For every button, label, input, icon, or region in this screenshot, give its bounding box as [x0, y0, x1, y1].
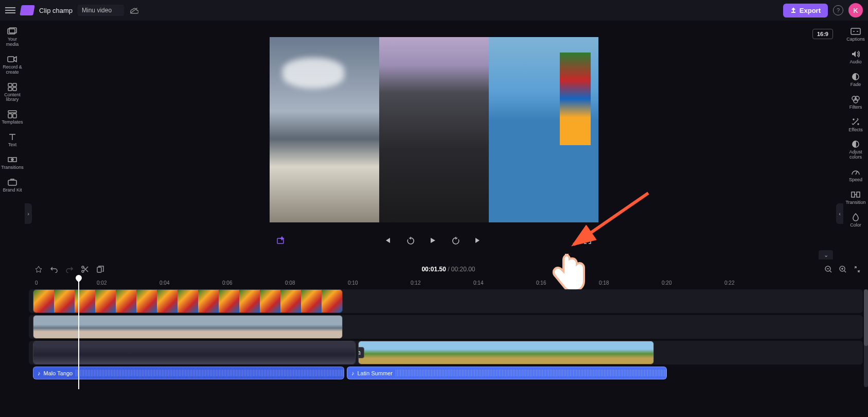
svg-rect-13 — [8, 180, 16, 185]
preview-pane-mountain — [270, 37, 379, 222]
svg-rect-22 — [852, 192, 855, 197]
sidebar-item-transitions[interactable]: Transitions — [1, 153, 24, 172]
svg-rect-7 — [13, 88, 16, 91]
split-button[interactable] — [81, 266, 90, 273]
svg-rect-8 — [8, 111, 16, 113]
clip-colorful[interactable] — [33, 289, 343, 313]
library-icon — [6, 82, 19, 92]
help-button[interactable]: ? — [833, 5, 843, 15]
svg-rect-14 — [851, 28, 860, 34]
audio-track[interactable]: ♪ Malo Tango ♪ Latin Summer — [29, 367, 863, 379]
magic-enhance-button[interactable] — [277, 236, 286, 245]
effects-icon — [849, 117, 862, 127]
undo-button[interactable] — [50, 266, 59, 273]
waveform-icon — [396, 370, 666, 377]
app-logo-icon — [20, 5, 35, 15]
user-avatar[interactable]: K — [848, 3, 863, 18]
export-button[interactable]: Export — [783, 4, 828, 18]
skip-start-button[interactable] — [384, 237, 394, 244]
preview-area: 16:9 ⌄ — [25, 21, 843, 257]
redo-button[interactable] — [66, 266, 74, 273]
timeline-tracks: ⧉ ♪ Malo Tango ♪ Latin Summer — [29, 289, 863, 381]
transport-controls — [270, 229, 599, 252]
svg-point-26 — [82, 266, 84, 268]
panel-item-adjust-colors[interactable]: Adjust colors — [844, 137, 867, 162]
fit-timeline-button[interactable] — [854, 266, 862, 273]
menu-button[interactable] — [5, 5, 15, 15]
collapse-preview-button[interactable]: ⌄ — [819, 250, 833, 259]
forward-button[interactable] — [452, 236, 462, 245]
transitions-icon — [6, 155, 19, 164]
audio-icon — [849, 49, 862, 59]
text-icon — [6, 132, 19, 142]
preview-pane-colorful — [489, 37, 598, 222]
fade-icon — [849, 72, 862, 81]
panel-item-audio[interactable]: Audio — [844, 47, 867, 67]
playhead[interactable] — [78, 277, 79, 389]
svg-rect-6 — [8, 88, 12, 91]
panel-item-transition[interactable]: Transition — [844, 188, 867, 207]
left-sidebar: Your media Record & create Content libra… — [0, 21, 25, 263]
skip-end-button[interactable] — [474, 237, 485, 244]
templates-icon — [6, 110, 19, 119]
panel-item-filters[interactable]: Filters — [844, 93, 867, 112]
zoom-in-button[interactable] — [839, 266, 847, 273]
project-title-input[interactable] — [78, 5, 124, 16]
video-track-2[interactable] — [29, 315, 863, 339]
cloud-sync-icon[interactable] — [129, 7, 138, 14]
color-icon — [849, 213, 862, 222]
audio-clip-1[interactable]: ♪ Malo Tango — [33, 367, 344, 379]
zoom-out-button[interactable] — [825, 266, 833, 273]
timeline-scrollbar[interactable] — [864, 289, 868, 387]
video-preview[interactable] — [270, 37, 599, 222]
captions-icon — [849, 27, 862, 36]
audio-clip-title: Malo Tango — [44, 370, 73, 376]
svg-rect-3 — [8, 57, 14, 62]
waveform-icon — [76, 370, 344, 377]
panel-item-speed[interactable]: Speed — [844, 165, 867, 185]
sidebar-item-record[interactable]: Record & create — [1, 53, 24, 77]
transition-badge-icon[interactable]: ⧉ — [358, 347, 364, 358]
sidebar-item-brand-kit[interactable]: Brand Kit — [1, 176, 24, 195]
sidebar-item-templates[interactable]: Templates — [1, 108, 24, 127]
svg-rect-4 — [8, 83, 12, 86]
svg-point-19 — [853, 119, 854, 120]
music-note-icon: ♪ — [351, 370, 355, 376]
rewind-button[interactable] — [406, 236, 417, 245]
sidebar-item-text[interactable]: Text — [1, 130, 24, 150]
filters-icon — [849, 95, 862, 104]
panel-item-color[interactable]: Color — [844, 211, 867, 230]
clip-mountain[interactable] — [33, 315, 343, 339]
media-icon — [6, 27, 19, 36]
auto-tool-button[interactable] — [35, 266, 43, 273]
sidebar-item-your-media[interactable]: Your media — [1, 25, 24, 49]
sidebar-item-content-library[interactable]: Content library — [1, 80, 24, 105]
copy-button[interactable] — [97, 266, 105, 273]
fullscreen-button[interactable] — [583, 236, 592, 245]
svg-rect-5 — [13, 83, 16, 86]
brand-kit-icon — [6, 178, 19, 187]
video-track-3[interactable]: ⧉ — [29, 341, 863, 364]
timeline-ruler[interactable]: 0 0:02 0:04 0:06 0:08 0:10 0:12 0:14 0:1… — [29, 277, 868, 288]
panel-item-fade[interactable]: Fade — [844, 70, 867, 90]
panel-item-captions[interactable]: Captions — [844, 25, 867, 44]
app-brand: Clip champ — [39, 7, 73, 14]
top-bar: Clip champ Export ? K — [0, 0, 868, 21]
svg-rect-23 — [857, 192, 860, 197]
audio-clip-2[interactable]: ♪ Latin Summer — [347, 367, 667, 379]
music-note-icon: ♪ — [38, 370, 41, 376]
timeline-toolbar: 00:01.50 / 00:20.00 — [29, 262, 868, 277]
svg-point-27 — [82, 270, 84, 272]
timeline-timecode: 00:01.50 / 00:20.00 — [421, 266, 475, 273]
svg-rect-9 — [8, 114, 12, 118]
panel-item-effects[interactable]: Effects — [844, 115, 867, 135]
clip-city[interactable] — [33, 341, 356, 364]
aspect-ratio-selector[interactable]: 16:9 — [812, 29, 833, 39]
play-button[interactable] — [429, 237, 439, 244]
right-sidebar: Captions Audio Fade Filters Effects Adju… — [843, 21, 868, 263]
svg-rect-28 — [97, 267, 101, 272]
svg-rect-10 — [13, 114, 16, 118]
clip-stadium[interactable]: ⧉ — [358, 341, 654, 364]
video-track-1[interactable] — [29, 289, 863, 313]
preview-pane-city — [379, 37, 489, 222]
